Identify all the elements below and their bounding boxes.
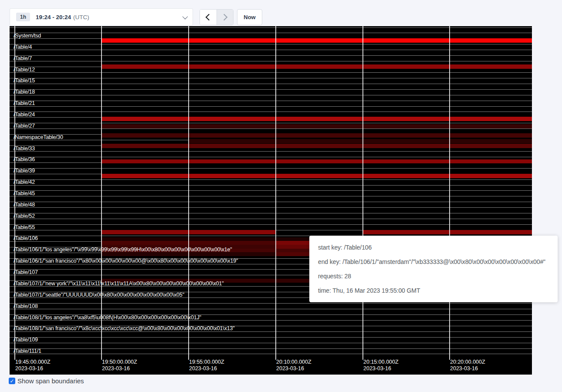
show-span-boundaries-option[interactable]: ✓ Show span boundaries — [9, 377, 84, 385]
row-label: /Table/27 — [14, 123, 35, 128]
row-label: /Table/7 — [14, 56, 32, 61]
row-label: /Table/108/1/"san francisco"/"\x8c\xcc\x… — [14, 326, 234, 331]
time-gridline — [188, 26, 189, 360]
row-label: /Table/18 — [14, 89, 35, 95]
span-boundary-line — [10, 61, 532, 61]
span-boundary-line — [10, 202, 532, 202]
prev-range-button[interactable] — [200, 10, 217, 25]
heat-band — [101, 144, 532, 148]
span-boundary-line — [10, 89, 532, 90]
time-gridline — [362, 26, 363, 360]
span-boundary-line — [10, 95, 532, 95]
row-label: /System/tsd — [14, 33, 41, 38]
x-axis-label: 19:55:00.000Z2023-03-16 — [189, 359, 224, 372]
tooltip-line: time: Thu, 16 Mar 2023 19:55:00 GMT — [318, 284, 555, 298]
span-boundary-line — [10, 196, 532, 196]
x-axis-label: 20:20:00.000Z2023-03-16 — [450, 359, 485, 372]
span-boundary-line — [10, 151, 532, 152]
row-label: /Table/36 — [14, 157, 35, 162]
span-boundary-line — [10, 106, 532, 107]
span-boundary-line — [10, 112, 532, 112]
row-label: /Table/111/1 — [14, 348, 41, 354]
heat-band — [101, 174, 532, 178]
x-axis-label: 19:45:00.000Z2023-03-16 — [15, 359, 51, 372]
heat-band — [362, 230, 532, 234]
heat-band — [101, 38, 532, 43]
x-axis-label: 20:15:00.000Z2023-03-16 — [363, 359, 399, 372]
tooltip-line: requests: 28 — [318, 269, 555, 284]
span-boundary-line — [10, 343, 532, 343]
hover-tooltip: start key: /Table/106end key: /Table/106… — [309, 236, 558, 302]
heat-band — [101, 64, 532, 69]
span-boundary-line — [10, 33, 532, 33]
chevron-down-icon — [183, 14, 188, 19]
chevron-left-icon — [205, 14, 212, 21]
span-boundary-line — [10, 303, 532, 304]
show-span-boundaries-checkbox[interactable]: ✓ — [9, 378, 15, 384]
heat-band — [101, 117, 532, 122]
row-label: /Table/106/1/"los angeles"/"\x99\x99\x99… — [14, 247, 232, 252]
row-label: /Table/33 — [14, 146, 35, 151]
span-boundary-line — [10, 123, 532, 123]
next-range-button[interactable] — [217, 10, 234, 25]
heat-band — [101, 133, 532, 138]
time-gridline — [449, 26, 450, 360]
span-boundary-line — [10, 224, 532, 225]
time-range-dropdown[interactable]: 1h 19:24 - 20:24 (UTC) — [10, 8, 193, 26]
time-gridline — [101, 26, 102, 360]
row-label: /Table/109 — [14, 337, 38, 342]
row-label: /Table/4 — [14, 44, 32, 50]
span-boundary-line — [10, 207, 532, 208]
span-boundary-line — [10, 185, 532, 186]
chevron-right-icon — [221, 14, 228, 21]
span-boundary-line — [10, 348, 532, 349]
span-boundary-line — [10, 157, 532, 157]
row-label: /Table/108/1/"los angeles"/"\xa8\xf5\u00… — [14, 315, 201, 320]
span-boundary-line — [10, 27, 532, 28]
range-duration-badge: 1h — [16, 13, 30, 21]
heat-band — [188, 139, 532, 143]
row-label: /Table/45 — [14, 191, 35, 196]
span-boundary-line — [10, 84, 532, 84]
span-boundary-line — [10, 168, 532, 169]
heat-band — [101, 159, 532, 163]
row-label: /Table/107/1/"new york"/"\x11\x11\x11\x1… — [14, 281, 224, 286]
tooltip-line: start key: /Table/106 — [318, 240, 555, 255]
span-boundary-line — [10, 179, 532, 180]
range-utc-suffix: (UTC) — [73, 14, 89, 20]
span-boundary-line — [10, 72, 532, 73]
key-visualizer-page: 1h 19:24 - 20:24 (UTC) Now start key: /T… — [0, 0, 562, 392]
span-boundary-line — [10, 309, 532, 309]
heat-band — [101, 124, 532, 128]
range-text: 19:24 - 20:24 — [36, 14, 71, 20]
row-label: /Table/108 — [14, 304, 38, 309]
now-button[interactable]: Now — [237, 9, 262, 25]
key-visualizer-canvas[interactable]: start key: /Table/106end key: /Table/106… — [10, 26, 532, 375]
row-label: /Table/15 — [14, 78, 35, 83]
row-label: /Table/107/1/"seattle"/"UUUUUUD\x00\x80\… — [14, 292, 184, 297]
row-label: /NamespaceTable/30 — [14, 135, 63, 140]
row-label: /Table/42 — [14, 179, 35, 185]
row-label: /Table/39 — [14, 168, 35, 173]
x-axis-label: 19:50:00.000Z2023-03-16 — [102, 359, 137, 372]
span-boundary-line — [10, 101, 532, 101]
range-nav-button-group — [200, 9, 234, 25]
span-boundary-line — [10, 354, 532, 354]
span-boundary-line — [10, 190, 532, 191]
tooltip-line: end key: /Table/106/1/"amsterdam"/"\xb33… — [318, 255, 555, 269]
span-boundary-line — [10, 55, 532, 56]
row-label: /Table/55 — [14, 225, 35, 230]
row-label: /Table/52 — [14, 213, 35, 219]
time-gridline — [275, 26, 276, 360]
row-label: /Table/107 — [14, 270, 38, 275]
row-label: /Table/106/1/"san francisco"/"\x80\x00\x… — [14, 258, 238, 264]
span-boundary-line — [10, 219, 532, 219]
row-label: /Table/12 — [14, 67, 35, 72]
span-boundary-line — [10, 44, 532, 44]
span-boundary-line — [10, 128, 532, 129]
x-axis-label: 20:10:00.000Z2023-03-16 — [276, 359, 311, 372]
row-label: /Table/21 — [14, 101, 35, 106]
span-boundary-line — [10, 337, 532, 338]
span-boundary-line — [10, 213, 532, 213]
row-label: /Table/106 — [14, 236, 38, 241]
